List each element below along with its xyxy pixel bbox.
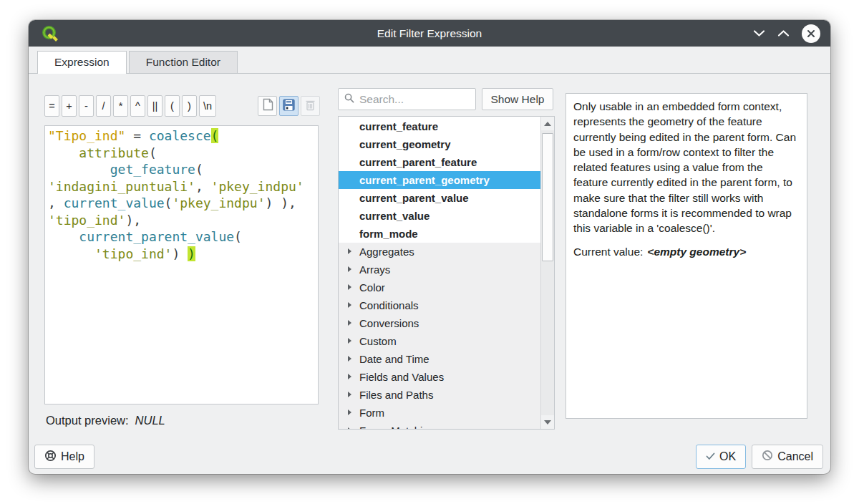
cancel-button[interactable]: Cancel: [752, 445, 823, 469]
function-help-panel: Only usable in an embedded form context,…: [566, 93, 807, 419]
operator-button-2[interactable]: -: [79, 95, 94, 117]
edit-filter-expression-dialog: Edit Filter Expression: [29, 20, 830, 474]
tab-expression[interactable]: Expression: [37, 51, 127, 74]
code-line: , current_value('pkey_indpu') ),: [48, 195, 315, 212]
search-icon: [344, 93, 354, 106]
operator-button-6[interactable]: ||: [147, 95, 162, 117]
function-item-current_feature[interactable]: current_feature: [339, 117, 554, 135]
function-item-current_parent_feature[interactable]: current_parent_feature: [339, 153, 554, 171]
expand-arrow-icon: [348, 302, 351, 308]
function-group-label: Date and Time: [359, 353, 430, 365]
expand-arrow-icon: [348, 284, 351, 290]
search-box[interactable]: [338, 88, 476, 110]
function-group-fields-and-values[interactable]: Fields and Values: [339, 368, 554, 386]
operator-button-9[interactable]: \n: [199, 95, 216, 117]
tab-function-editor[interactable]: Function Editor: [129, 51, 238, 73]
function-item-current_parent_geometry[interactable]: current_parent_geometry: [339, 171, 554, 189]
function-list-rows: current_featurecurrent_geometrycurrent_p…: [339, 117, 554, 430]
code-line: 'indagini_puntuali', 'pkey_indpu': [48, 178, 315, 195]
search-input[interactable]: [359, 93, 470, 106]
lifebuoy-icon: [44, 450, 57, 465]
function-group-label: Custom: [359, 335, 397, 347]
function-group-conditionals[interactable]: Conditionals: [339, 296, 554, 314]
expand-arrow-icon: [348, 266, 351, 272]
expand-arrow-icon: [348, 248, 351, 254]
expand-arrow-icon: [348, 374, 351, 379]
function-group-label: Fields and Values: [359, 371, 444, 383]
function-group-label: Files and Paths: [359, 389, 433, 401]
trash-icon: [305, 99, 316, 114]
close-icon[interactable]: [802, 24, 820, 43]
cancel-button-label: Cancel: [777, 450, 813, 463]
function-group-files-and-paths[interactable]: Files and Paths: [339, 386, 554, 404]
scroll-up-icon[interactable]: [541, 117, 554, 130]
ok-button-label: OK: [719, 450, 736, 463]
function-item-current_geometry[interactable]: current_geometry: [339, 135, 554, 153]
function-group-label: Conditionals: [359, 299, 419, 311]
operator-button-0[interactable]: =: [44, 95, 59, 117]
function-list-scrollbar[interactable]: [540, 117, 554, 429]
function-item-current_parent_value[interactable]: current_parent_value: [339, 189, 554, 207]
operator-button-7[interactable]: (: [165, 95, 180, 117]
expand-arrow-icon: [348, 410, 351, 415]
scrollbar-thumb[interactable]: [542, 133, 553, 261]
function-group-conversions[interactable]: Conversions: [339, 314, 554, 332]
function-list[interactable]: current_featurecurrent_geometrycurrent_p…: [338, 116, 555, 430]
function-group-form[interactable]: Form: [339, 404, 554, 422]
cancel-circle-slash-icon: [762, 450, 773, 464]
code-line: "Tipo_ind" = coalesce(: [48, 127, 315, 145]
current-value: <empty geometry>: [647, 246, 746, 258]
titlebar[interactable]: Edit Filter Expression: [29, 20, 830, 47]
new-expression-button[interactable]: [258, 96, 277, 116]
function-group-label: Color: [359, 281, 385, 294]
save-expression-button[interactable]: [279, 96, 299, 116]
code-line: current_parent_value(: [48, 228, 315, 246]
window-title: Edit Filter Expression: [29, 20, 830, 47]
ok-button[interactable]: OK: [696, 445, 746, 469]
current-value-line: Current value:<empty geometry>: [573, 244, 800, 259]
current-value-label: Current value:: [573, 246, 643, 258]
function-group-label: Form: [359, 407, 384, 419]
expand-arrow-icon: [348, 338, 351, 344]
function-group-fuzzy-matching[interactable]: Fuzzy Matching: [339, 422, 554, 430]
help-button[interactable]: Help: [34, 445, 94, 469]
function-group-label: Fuzzy Matching: [359, 425, 435, 430]
scroll-down-icon[interactable]: [541, 415, 554, 429]
tab-bar: Expression Function Editor: [37, 51, 240, 74]
expand-arrow-icon: [348, 427, 351, 430]
maximize-chevron-up-icon[interactable]: [777, 29, 790, 37]
show-help-button[interactable]: Show Help: [482, 88, 553, 110]
expression-code-editor[interactable]: "Tipo_ind" = coalesce( attribute( get_fe…: [44, 125, 319, 404]
code-line: 'tipo_ind'),: [48, 212, 315, 229]
expand-arrow-icon: [348, 356, 351, 362]
expression-file-toolbar: [258, 96, 320, 116]
function-item-current_value[interactable]: current_value: [339, 207, 554, 225]
output-preview-label: Output preview:: [46, 414, 129, 427]
operator-button-1[interactable]: +: [62, 95, 77, 117]
window-controls: [753, 20, 820, 47]
code-line: attribute(: [48, 145, 315, 162]
expand-arrow-icon: [348, 392, 351, 397]
help-button-label: Help: [61, 450, 84, 463]
function-group-label: Arrays: [359, 263, 390, 276]
code-line: get_feature(: [48, 161, 315, 178]
function-group-aggregates[interactable]: Aggregates: [339, 243, 554, 261]
output-preview: Output preview:NULL: [46, 414, 165, 427]
function-item-form_mode[interactable]: form_mode: [339, 225, 554, 243]
function-group-color[interactable]: Color: [339, 278, 554, 296]
check-icon: [706, 450, 715, 463]
code-line: 'tipo_ind') ): [48, 246, 315, 263]
function-group-arrays[interactable]: Arrays: [339, 261, 554, 278]
operator-button-4[interactable]: *: [113, 95, 128, 117]
function-group-custom[interactable]: Custom: [339, 332, 554, 350]
save-floppy-icon: [283, 99, 295, 114]
operator-button-8[interactable]: ): [182, 95, 197, 117]
expand-arrow-icon: [348, 320, 351, 326]
operator-button-5[interactable]: ^: [130, 95, 145, 117]
operator-button-3[interactable]: /: [96, 95, 111, 117]
new-file-icon: [262, 98, 273, 114]
help-paragraph: Only usable in an embedded form context,…: [573, 99, 800, 236]
output-preview-value: NULL: [135, 414, 165, 427]
shade-chevron-down-icon[interactable]: [753, 29, 765, 37]
function-group-date-and-time[interactable]: Date and Time: [339, 350, 554, 368]
